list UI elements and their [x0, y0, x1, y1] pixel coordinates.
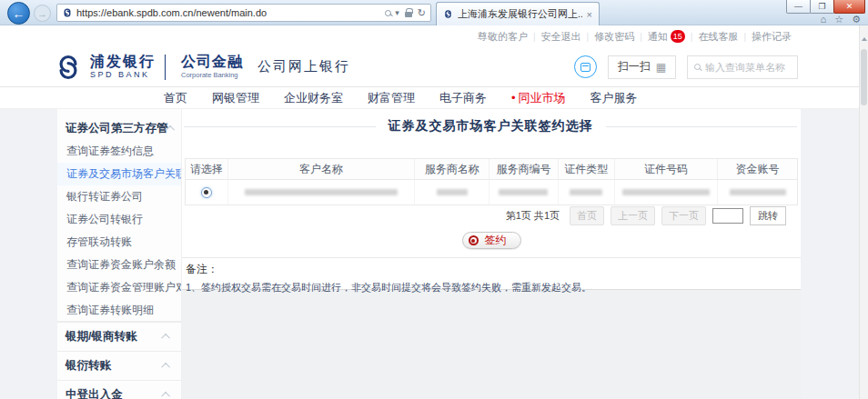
maximize-button[interactable]: ❐: [810, 0, 834, 14]
site-header: 浦发银行 SPD BANK 公司金融 Corporate Banking 公司网…: [0, 47, 868, 87]
nav-item[interactable]: 网银管理: [212, 90, 259, 106]
bank-logo[interactable]: 浦发银行 SPD BANK 公司金融 Corporate Banking 公司网…: [53, 54, 350, 81]
table-cell: [414, 180, 489, 204]
title-row: 证券及交易市场客户关联签约选择: [184, 118, 797, 135]
site-favicon: [62, 7, 73, 18]
home-icon[interactable]: ⌂: [821, 14, 827, 25]
utility-link[interactable]: 通知: [648, 30, 668, 44]
right-gutter: [801, 109, 859, 399]
sidebar-section-header[interactable]: 中登出入金: [57, 380, 181, 399]
column-header: 服务商名称: [414, 159, 489, 179]
table-header-row: 请选择客户名称服务商名称服务商编号证件类型证件号码资金账号: [186, 159, 797, 180]
close-button[interactable]: ✕: [833, 0, 865, 14]
nav-item[interactable]: 客户服务: [590, 90, 638, 106]
sidebar-section-label: 中登出入金: [66, 387, 123, 399]
page-jump-input[interactable]: [712, 208, 743, 224]
column-header: 证件号码: [614, 159, 718, 179]
note-line: 1、签约授权交易需在交易时间进行，非交易时间提交将会导致签约失败，需重新发起交易…: [186, 281, 795, 294]
sidebar-section-label: 银衍转账: [66, 358, 111, 374]
sign-button[interactable]: 签约: [462, 232, 521, 249]
tab-close-icon[interactable]: ×: [587, 9, 592, 20]
separator: |: [640, 32, 642, 42]
redacted-text: [437, 189, 468, 195]
biz-name-block: 公司金融 Corporate Banking: [181, 55, 243, 79]
sidebar-item[interactable]: 证券及交易市场客户关联签..: [57, 163, 181, 185]
nav-item[interactable]: 财富管理: [368, 90, 415, 106]
back-button[interactable]: ←: [7, 2, 30, 25]
utility-link[interactable]: 尊敬的客户: [478, 30, 528, 44]
browser-chrome: ← → https://ebank.spdb.com.cn/newent/mai…: [0, 0, 868, 25]
sidebar-item[interactable]: 查询证券转账明细: [57, 299, 181, 322]
dropdown-arrow-icon[interactable]: ▾: [395, 8, 399, 17]
sidebar-item[interactable]: 查询证券资金账户余额: [57, 254, 181, 276]
tab-title: 上海浦东发展银行公司网上...: [458, 7, 582, 21]
column-header: 客户名称: [227, 159, 414, 179]
scan-label: 扫一扫: [618, 59, 651, 75]
notice-badge: 15: [671, 30, 685, 43]
bank-name-en: SPD BANK: [90, 71, 156, 79]
vertical-scrollbar[interactable]: [859, 25, 868, 399]
utility-bar: 尊敬的客户|安全退出|修改密码|通知15|在线客服|操作记录: [0, 25, 868, 47]
title-line-right: [606, 126, 798, 127]
sidebar-item[interactable]: 查询证券资金管理账户对账..: [57, 276, 181, 299]
lock-icon: [405, 12, 412, 17]
utility-link[interactable]: 在线客服: [698, 30, 738, 44]
sidebar-item[interactable]: 查询证券签约信息: [57, 140, 181, 163]
favorites-star-icon[interactable]: ☆: [834, 14, 843, 25]
separator: |: [691, 32, 693, 42]
nav-item[interactable]: 电子商务: [439, 90, 487, 106]
utility-link[interactable]: 操作记录: [752, 30, 792, 44]
sidebar-item[interactable]: 存管联动转账: [57, 231, 181, 254]
column-header: 请选择: [186, 159, 227, 179]
main-nav: 首页网银管理企业财务室财富管理电子商务•同业市场客户服务: [0, 87, 868, 109]
minimize-button[interactable]: —: [786, 0, 811, 14]
table-cell: [558, 180, 614, 204]
table-data-row[interactable]: [186, 180, 797, 204]
pagination-buttons: 首页上一页下一页: [570, 206, 706, 225]
sidebar-section-header[interactable]: 证券公司第三方存管: [57, 116, 181, 140]
utility-link[interactable]: 修改密码: [594, 30, 634, 44]
nav-item[interactable]: 企业财务室: [284, 90, 343, 106]
page-info: 第1页 共1页: [506, 209, 560, 223]
qr-code-icon: ▦: [656, 61, 666, 74]
url-text: https://ebank.spdb.com.cn/newent/main.do: [76, 7, 381, 18]
row-radio-selected[interactable]: [201, 187, 212, 198]
page-button[interactable]: 上一页: [611, 206, 655, 225]
redacted-text: [622, 189, 710, 195]
table-cell: [489, 180, 558, 204]
nav-item[interactable]: •同业市场: [511, 90, 566, 106]
menu-search-input[interactable]: [705, 62, 789, 73]
sidebar-section-header[interactable]: 银期/银商转账: [57, 322, 181, 351]
page-button[interactable]: 首页: [570, 206, 604, 225]
notes-divider: [182, 257, 801, 258]
scrollbar-thumb[interactable]: [861, 49, 867, 105]
sidebar-section-header[interactable]: 银衍转账: [57, 351, 181, 380]
browser-tab[interactable]: 上海浦东发展银行公司网上... ×: [436, 2, 600, 25]
scroll-up-arrow-icon[interactable]: [862, 37, 867, 41]
page-jump-button[interactable]: 跳转: [750, 206, 786, 225]
chevron-up-icon: [161, 334, 170, 343]
search-icon: [694, 64, 701, 70]
scan-qr-button[interactable]: 扫一扫 ▦: [608, 55, 676, 79]
forward-button[interactable]: →: [34, 5, 51, 22]
table-cell[interactable]: [186, 180, 227, 204]
settings-gear-icon[interactable]: ⚙: [852, 14, 861, 25]
title-line-left: [184, 126, 376, 127]
refresh-icon[interactable]: ↻: [418, 7, 426, 19]
page-button[interactable]: 下一页: [661, 206, 706, 225]
portal-title: 公司网上银行: [257, 58, 350, 75]
nav-item[interactable]: 首页: [164, 90, 187, 106]
separator: |: [743, 32, 746, 42]
search-icon[interactable]: [385, 10, 391, 16]
sidebar-item[interactable]: 银行转证券公司: [57, 185, 181, 208]
menu-search-box[interactable]: [687, 55, 798, 79]
address-bar[interactable]: https://ebank.spdb.com.cn/newent/main.do…: [56, 4, 431, 22]
calendar-glyph: [580, 63, 590, 72]
content-area: 证券公司第三方存管查询证券签约信息证券及交易市场客户关联签..银行转证券公司证券…: [0, 109, 868, 399]
sidebar-item[interactable]: 证券公司转银行: [57, 208, 181, 231]
utility-link[interactable]: 安全退出: [541, 30, 581, 44]
utility-links: 尊敬的客户|安全退出|修改密码|通知15|在线客服|操作记录: [478, 30, 792, 44]
calendar-icon[interactable]: [574, 55, 597, 78]
pagination: 第1页 共1页 首页上一页下一页 跳转: [506, 206, 786, 224]
sign-button-label: 签约: [485, 233, 507, 248]
